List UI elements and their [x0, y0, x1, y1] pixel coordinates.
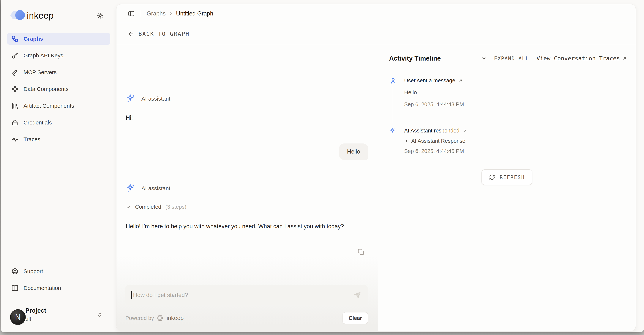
arrow-up-right-icon	[622, 56, 627, 61]
sidebar-item-documentation[interactable]: Documentation	[7, 282, 110, 294]
event-title-text: AI Assistant responded	[404, 128, 460, 134]
sidebar-item-label: Traces	[24, 136, 40, 142]
chevron-right-icon	[169, 11, 173, 16]
powered-by-brand: inkeep	[166, 315, 184, 322]
mcp-icon	[11, 68, 19, 76]
assistant-header: AI assistant	[126, 93, 170, 104]
timeline-event-timestamp: Sep 6, 2025, 4:44:43 PM	[404, 101, 464, 108]
user-message-bubble: Hello	[339, 144, 368, 160]
arrow-left-icon	[128, 30, 134, 37]
powered-by-label: Powered by	[126, 315, 154, 321]
book-open-icon	[11, 284, 19, 292]
timeline-connector	[392, 87, 393, 123]
timeline-event-title[interactable]: AI Assistant responded	[404, 128, 467, 134]
timeline-title: Activity Timeline	[389, 54, 441, 62]
run-status[interactable]: Completed (3 steps)	[126, 204, 186, 210]
breadcrumb: Graphs Untitled Graph	[147, 10, 213, 17]
sidebar-item-label: Data Components	[24, 86, 68, 92]
send-button[interactable]	[353, 291, 362, 300]
refresh-label: REFRESH	[500, 174, 525, 180]
timeline-event-title[interactable]: User sent a message	[404, 78, 463, 84]
refresh-button[interactable]: REFRESH	[482, 169, 532, 185]
key-icon	[11, 52, 19, 59]
assistant-header: AI assistant	[126, 183, 170, 194]
text-cursor	[131, 291, 132, 300]
back-to-graph-button[interactable]: BACK TO GRAPH	[116, 23, 636, 45]
sidebar-footer-nav: Support Documentation	[7, 265, 110, 299]
sidebar-item-label: MCP Servers	[24, 69, 57, 76]
sidebar-item-support[interactable]: Support	[7, 265, 110, 277]
timeline-event-expander[interactable]: AI Assistant Response	[404, 138, 465, 144]
top-bar: Graphs Untitled Graph	[116, 4, 636, 23]
panel-left-icon	[128, 10, 135, 17]
chat-input[interactable]	[133, 292, 353, 298]
check-icon	[126, 204, 131, 210]
send-icon	[353, 291, 362, 300]
sidebar-item-mcp-servers[interactable]: MCP Servers	[7, 66, 110, 78]
powered-by[interactable]: Powered by inkeep	[126, 314, 184, 322]
chevron-down-icon[interactable]	[481, 56, 487, 61]
sidebar-item-label: Graph API Keys	[24, 52, 63, 59]
sidebar-item-traces[interactable]: Traces	[7, 134, 110, 145]
assistant-message: Hi!	[126, 114, 133, 121]
avatar: N	[10, 309, 26, 325]
timeline-event-body: Hello	[404, 89, 417, 96]
breadcrumb-root[interactable]: Graphs	[147, 10, 166, 17]
lock-icon	[11, 119, 19, 126]
sparkles-icon	[126, 183, 136, 194]
component-icon	[11, 85, 19, 93]
project-switcher[interactable]: N Project ult	[10, 307, 111, 326]
app-window: inkeep Graphs Graph API Keys MCP Servers…	[1, 0, 644, 332]
sidebar-item-label: Support	[24, 268, 43, 274]
assistant-message: Hello! I'm here to help you with whateve…	[126, 222, 366, 231]
sidebar-item-data-components[interactable]: Data Components	[7, 83, 110, 95]
clear-button[interactable]: Clear	[342, 312, 368, 324]
inkeep-logo-icon	[10, 10, 25, 20]
refresh-icon	[489, 174, 495, 180]
sun-icon	[97, 12, 104, 19]
sidebar-item-graphs[interactable]: Graphs	[7, 33, 110, 45]
copy-button[interactable]	[358, 248, 364, 256]
divider	[141, 10, 141, 17]
activity-icon	[11, 136, 19, 143]
theme-toggle-button[interactable]	[96, 11, 105, 20]
copy-icon	[358, 248, 364, 256]
sidebar-item-credentials[interactable]: Credentials	[7, 117, 110, 128]
chat-preview-panel: AI assistant Hi! Hello AI assistant Comp…	[116, 45, 378, 331]
chat-footer: Powered by inkeep Clear	[126, 312, 368, 324]
arrow-up-right-icon	[462, 128, 467, 133]
expander-label: AI Assistant Response	[411, 138, 465, 144]
view-conversation-traces-link[interactable]: View Conversation Traces	[536, 55, 627, 62]
clear-label: Clear	[348, 315, 362, 321]
status-label: Completed	[135, 204, 161, 210]
content-area: AI assistant Hi! Hello AI assistant Comp…	[116, 45, 636, 331]
sidebar-toggle-button[interactable]	[128, 10, 135, 17]
sidebar-item-label: Documentation	[24, 285, 61, 291]
workflow-icon	[11, 35, 19, 42]
life-buoy-icon	[11, 268, 19, 275]
back-to-graph-label: BACK TO GRAPH	[138, 30, 190, 37]
sparkles-icon	[126, 93, 136, 104]
library-icon	[11, 102, 19, 110]
sidebar-item-label: Graphs	[24, 36, 43, 42]
status-steps: (3 steps)	[165, 204, 186, 210]
view-traces-label: View Conversation Traces	[536, 55, 620, 62]
user-icon	[390, 77, 397, 84]
timeline-header: Activity Timeline EXPAND ALL View Conver…	[389, 54, 627, 62]
sidebar-item-graph-api-keys[interactable]: Graph API Keys	[7, 50, 110, 62]
project-subtitle: ult	[25, 316, 31, 322]
breadcrumb-current: Untitled Graph	[176, 10, 213, 17]
inkeep-mark-icon	[156, 314, 164, 322]
screen: inkeep Graphs Graph API Keys MCP Servers…	[0, 0, 644, 335]
sidebar-item-artifact-components[interactable]: Artifact Components	[7, 100, 110, 112]
sidebar-nav: Graphs Graph API Keys MCP Servers Data C…	[7, 33, 110, 150]
arrow-up-right-icon	[458, 78, 463, 83]
logo-wordmark: inkeep	[27, 10, 54, 21]
sidebar-item-label: Credentials	[24, 120, 52, 126]
chevrons-up-down-icon	[96, 312, 103, 318]
chevron-right-icon	[404, 139, 409, 143]
expand-all-button[interactable]: EXPAND ALL	[494, 56, 529, 61]
event-title-text: User sent a message	[404, 78, 455, 84]
logo-blob	[15, 10, 25, 20]
activity-timeline-panel: Activity Timeline EXPAND ALL View Conver…	[378, 45, 636, 331]
